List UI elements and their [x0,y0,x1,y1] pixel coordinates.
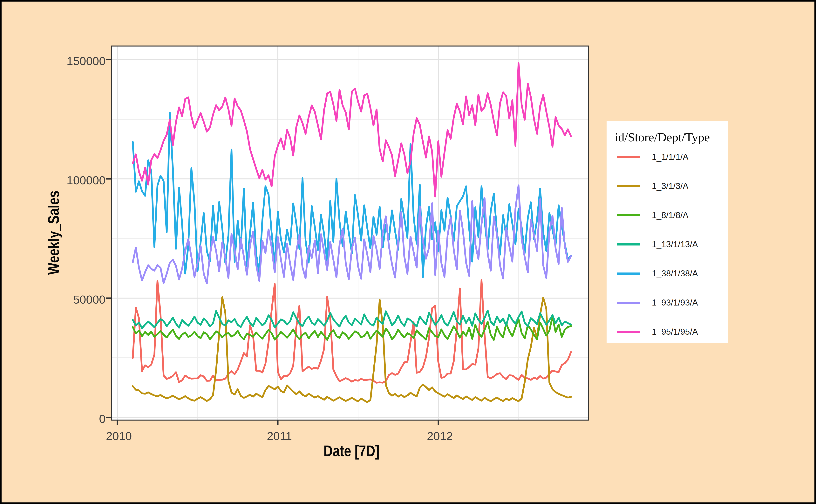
legend-label: 1_95/1/95/A [652,326,698,337]
legend-swatch-line-blue [617,272,640,275]
legend-label: 1_38/1/38/A [652,268,698,279]
y-tick-label-50000: 50000 [47,293,105,307]
x-tick-label-2010: 2010 [106,429,132,443]
x-axis-title-text: Date [7D] [323,442,379,460]
y-axis-title-text: Weekly_Sales [45,191,63,275]
legend-title: id/Store/Dept/Type [615,129,720,146]
legend-label: 1_8/1/8/A [652,210,688,221]
legend-swatch-line-red [617,156,640,158]
legend-item-1-93-1-93-A: 1_93/1/93/A [607,293,728,312]
legend-swatch-line-gold [617,185,640,187]
legend-item-1-8-1-8-A: 1_8/1/8/A [607,205,728,225]
legend-item-1-95-1-95-A: 1_95/1/95/A [607,322,728,341]
x-axis-title: Date [7D] [317,442,385,460]
y-axis-title: Weekly_Sales [45,181,63,284]
x-tick-label-2011: 2011 [267,429,292,443]
legend-label: 1_13/1/13/A [652,239,698,250]
legend-swatch-line-magenta [617,331,640,333]
legend-swatch-line-teal [617,243,640,245]
legend-label: 1_3/1/3/A [652,181,688,192]
legend-item-1-13-1-13-A: 1_13/1/13/A [607,235,728,254]
legend-item-1-38-1-38-A: 1_38/1/38/A [607,264,728,283]
x-tick-label-2012: 2012 [427,429,453,443]
legend-swatch-line-green [617,214,640,216]
legend-swatch-line-purple [617,302,640,304]
figure-background: 0 50000 100000 150000 2010 2011 2012 Dat… [2,2,814,502]
legend-label: 1_93/1/93/A [652,297,698,308]
legend-box: id/Store/Dept/Type 1_1/1/1/A 1_3/1/3/A 1… [607,121,728,343]
legend-item-1-3-1-3-A: 1_3/1/3/A [607,176,728,196]
legend-label: 1_1/1/1/A [652,151,688,162]
y-tick-label-150000: 150000 [47,54,105,68]
y-tick-label-0: 0 [47,412,105,426]
legend-item-1-1-1-1-A: 1_1/1/1/A [607,147,728,167]
screenshot-frame: 0 50000 100000 150000 2010 2011 2012 Dat… [0,0,816,504]
